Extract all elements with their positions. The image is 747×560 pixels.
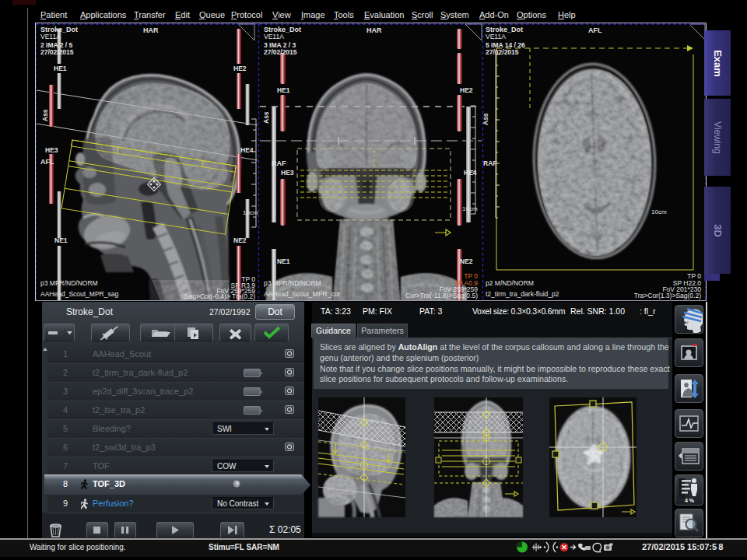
svg-text:RAF: RAF — [272, 159, 286, 167]
svg-text:HE4: HE4 — [464, 169, 477, 177]
svg-text:27/02/2015: 27/02/2015 — [40, 48, 74, 56]
svg-text:HE4: HE4 — [240, 146, 254, 154]
svg-text:AAHead_Scout_MPR_cor: AAHead_Scout_MPR_cor — [264, 290, 340, 298]
svg-text:27/02/2015: 27/02/2015 — [264, 48, 297, 56]
svg-text:NE1: NE1 — [54, 236, 68, 244]
svg-text:t2_tirm_tra_dark-fluid_p2: t2_tirm_tra_dark-fluid_p2 — [486, 290, 559, 298]
svg-text:VE11A: VE11A — [486, 33, 506, 40]
svg-text:10cm: 10cm — [462, 205, 478, 212]
svg-text:HE2: HE2 — [460, 86, 473, 94]
svg-text:27/02/2015: 27/02/2015 — [486, 48, 519, 56]
svg-text:10cm: 10cm — [651, 208, 667, 215]
svg-text:NE2: NE2 — [460, 257, 473, 265]
svg-text:AFL: AFL — [588, 26, 602, 34]
svg-text:Ass: Ass — [41, 109, 49, 121]
svg-text:10cm: 10cm — [243, 209, 258, 216]
svg-text:RAF: RAF — [483, 159, 496, 167]
svg-text:AFL: AFL — [40, 158, 54, 166]
svg-text:4 %: 4 % — [685, 498, 695, 503]
svg-text:NE2: NE2 — [233, 236, 247, 244]
svg-text:p3 MPR/ND/NORM: p3 MPR/ND/NORM — [264, 279, 321, 287]
svg-text:NE1: NE1 — [277, 257, 290, 265]
svg-text:HE1: HE1 — [277, 86, 290, 94]
svg-text:VE11A: VE11A — [40, 33, 61, 40]
svg-text:HAR: HAR — [143, 26, 159, 34]
svg-text:Ass: Ass — [262, 111, 270, 124]
svg-text:p3 MPR/ND/NORM: p3 MPR/ND/NORM — [40, 279, 98, 287]
svg-text:HE1: HE1 — [54, 65, 67, 72]
svg-text:HAR: HAR — [366, 26, 382, 34]
svg-text:VE11A: VE11A — [264, 33, 284, 40]
svg-text:HE3: HE3 — [281, 169, 294, 177]
svg-text:Sag>Cor(-0.4)> Tra(0.2): Sag>Cor(-0.4)> Tra(0.2) — [184, 292, 255, 300]
svg-text:AAHead_Scout_MPR_sag: AAHead_Scout_MPR_sag — [40, 290, 118, 298]
svg-text:Tra>Cor(1.3)>Sag(0.2): Tra>Cor(1.3)>Sag(0.2) — [634, 292, 701, 299]
svg-text:HE2: HE2 — [233, 65, 247, 72]
svg-text:HE3: HE3 — [45, 146, 58, 154]
svg-text:Cor>Tra(-11.8)>Sag(0.5): Cor>Tra(-11.8)>Sag(0.5) — [405, 292, 478, 299]
svg-text:p2 M/ND/NORM: p2 M/ND/NORM — [486, 279, 534, 287]
